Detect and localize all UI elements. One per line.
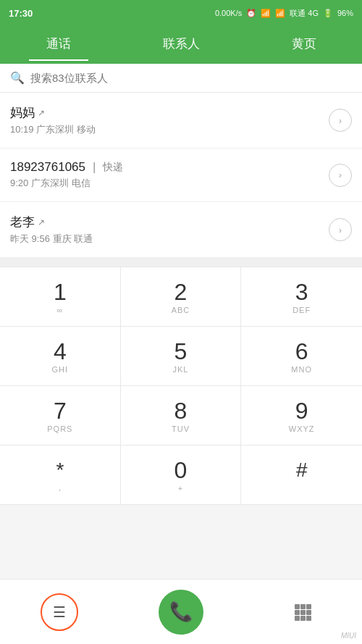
svg-rect-4 (300, 610, 306, 615)
tab-contacts[interactable]: 联系人 (146, 30, 217, 58)
menu-icon: ☰ (53, 603, 66, 621)
dial-key-3[interactable]: 3 DEF (241, 267, 362, 327)
phone-icon: 📞 (169, 601, 193, 623)
dial-key-8[interactable]: 8 TUV (121, 386, 242, 446)
dial-key-2[interactable]: 2 ABC (121, 267, 242, 327)
call-button[interactable]: 📞 (159, 590, 203, 635)
call-detail-2: 9:20 广东深圳 电信 (10, 177, 329, 190)
tab-bar: 通话 联系人 黄页 (0, 26, 362, 64)
carrier-label: 联通 4G (290, 8, 319, 19)
dial-key-6[interactable]: 6 MNO (241, 327, 362, 386)
call-detail-icon[interactable]: › (329, 109, 352, 132)
tab-yellowpages[interactable]: 黄页 (274, 30, 334, 58)
search-input[interactable] (30, 72, 352, 84)
dial-key-0[interactable]: 0 + (121, 446, 242, 505)
outgoing-icon: ↗ (38, 108, 45, 118)
call-detail-icon-2[interactable]: › (329, 164, 352, 187)
dial-key-star[interactable]: * ， (0, 446, 121, 505)
bottom-bar: ☰ 📞 (0, 579, 362, 644)
call-name-3: 老李 ↗ (10, 214, 329, 230)
miui-watermark: MIUI (341, 632, 356, 640)
menu-button[interactable]: ☰ (41, 593, 78, 631)
call-detail-3: 昨天 9:56 重庆 联通 (10, 233, 329, 246)
tab-call[interactable]: 通话 (29, 30, 88, 58)
dial-key-9[interactable]: 9 WXYZ (241, 386, 362, 446)
search-icon: 🔍 (10, 71, 25, 85)
call-info-2: 18923761065 | 快递 9:20 广东深圳 电信 (10, 160, 329, 190)
status-time: 17:30 (9, 8, 33, 19)
dial-key-1[interactable]: 1 ∞ (0, 267, 121, 327)
outgoing-icon-3: ↗ (38, 217, 45, 227)
battery-icon: 🔋 (323, 9, 333, 18)
status-speed: 0.00K/s (215, 9, 242, 17)
status-bar: 17:30 0.00K/s ⏰ 📶 📶 联通 4G 🔋 96% (0, 0, 362, 26)
call-detail-icon-3[interactable]: › (329, 218, 352, 241)
grid-icon (293, 603, 312, 622)
svg-rect-8 (306, 616, 311, 621)
dial-key-7[interactable]: 7 PQRS (0, 386, 121, 446)
call-item-unknown[interactable]: 18923761065 | 快递 9:20 广东深圳 电信 › (0, 149, 362, 202)
call-info-3: 老李 ↗ 昨天 9:56 重庆 联通 (10, 214, 329, 246)
recent-calls-list: 妈妈 ↗ 10:19 广东深圳 移动 › 18923761065 | 快递 9:… (0, 93, 362, 258)
call-info: 妈妈 ↗ 10:19 广东深圳 移动 (10, 104, 329, 136)
grid-button-action[interactable] (284, 593, 321, 631)
dial-key-4[interactable]: 4 GHI (0, 327, 121, 386)
call-button-action[interactable]: 📞 (159, 590, 203, 635)
dial-key-5[interactable]: 5 JKL (121, 327, 242, 386)
svg-rect-5 (306, 610, 311, 615)
svg-rect-7 (300, 616, 306, 621)
signal-icon: 📶 (275, 9, 285, 18)
call-name-2: 18923761065 | 快递 (10, 160, 329, 175)
svg-rect-3 (295, 610, 300, 615)
grid-button[interactable] (284, 593, 321, 631)
section-divider (0, 258, 362, 267)
svg-rect-6 (295, 616, 300, 621)
svg-rect-1 (300, 604, 306, 609)
call-item-mama[interactable]: 妈妈 ↗ 10:19 广东深圳 移动 › (0, 93, 362, 149)
call-name: 妈妈 ↗ (10, 104, 329, 121)
menu-button-action[interactable]: ☰ (41, 593, 78, 631)
call-detail: 10:19 广东深圳 移动 (10, 123, 329, 136)
search-bar: 🔍 (0, 64, 362, 93)
status-center: 0.00K/s ⏰ 📶 📶 联通 4G 🔋 96% (215, 8, 353, 19)
call-item-laoli[interactable]: 老李 ↗ 昨天 9:56 重庆 联通 › (0, 202, 362, 258)
wifi-icon: 📶 (261, 9, 271, 18)
dialpad: 1 ∞ 2 ABC 3 DEF 4 GHI 5 JKL 6 MNO 7 PQRS… (0, 267, 362, 505)
dial-key-hash[interactable]: # (241, 446, 362, 505)
battery-label: 96% (337, 9, 353, 17)
svg-rect-2 (306, 604, 311, 609)
alarm-icon: ⏰ (246, 9, 256, 18)
svg-rect-0 (295, 604, 300, 609)
